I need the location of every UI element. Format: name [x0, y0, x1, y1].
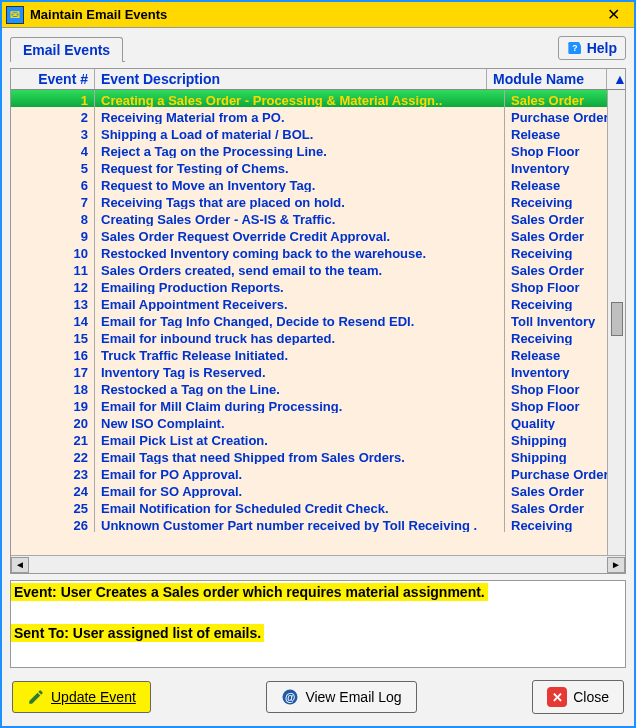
top-row: Email Events ? Help — [10, 36, 626, 62]
cell-event-desc: Email Notification for Scheduled Credit … — [95, 498, 505, 515]
table-row[interactable]: 5Request for Testing of Chems.Inventory — [11, 158, 625, 175]
cell-event-desc: Email for Mill Claim during Processing. — [95, 396, 505, 413]
table-row[interactable]: 26Unknown Customer Part number received … — [11, 515, 625, 532]
table-row[interactable]: 16Truck Traffic Release Initiated.Releas… — [11, 345, 625, 362]
window: ✉ Maintain Email Events ✕ Email Events ?… — [0, 0, 636, 728]
content: Email Events ? Help Event # Event Descri… — [2, 28, 634, 726]
table-row[interactable]: 17Inventory Tag is Reserved.Inventory — [11, 362, 625, 379]
table-row[interactable]: 1Creating a Sales Order - Processing & M… — [11, 90, 625, 107]
table-row[interactable]: 10Restocked Inventory coming back to the… — [11, 243, 625, 260]
cell-event-desc: Email for PO Approval. — [95, 464, 505, 481]
horizontal-scrollbar[interactable]: ◄ ► — [11, 555, 625, 573]
cell-event-desc: Restocked Inventory coming back to the w… — [95, 243, 505, 260]
grid-body[interactable]: 1Creating a Sales Order - Processing & M… — [11, 90, 625, 555]
table-row[interactable]: 20New ISO Complaint.Quality — [11, 413, 625, 430]
table-row[interactable]: 25Email Notification for Scheduled Credi… — [11, 498, 625, 515]
cell-event-desc: Reject a Tag on the Processing Line. — [95, 141, 505, 158]
table-row[interactable]: 12Emailing Production Reports.Shop Floor — [11, 277, 625, 294]
table-row[interactable]: 6Request to Move an Inventory Tag.Releas… — [11, 175, 625, 192]
table-row[interactable]: 14Email for Tag Info Changed, Decide to … — [11, 311, 625, 328]
table-row[interactable]: 11Sales Orders created, send email to th… — [11, 260, 625, 277]
scroll-right-button[interactable]: ► — [607, 557, 625, 573]
help-label: Help — [587, 40, 617, 56]
table-row[interactable]: 22Email Tags that need Shipped from Sale… — [11, 447, 625, 464]
cell-event-desc: Sales Orders created, send email to the … — [95, 260, 505, 277]
cell-event-num: 12 — [11, 277, 95, 294]
cell-event-num: 8 — [11, 209, 95, 226]
cell-event-desc: Inventory Tag is Reserved. — [95, 362, 505, 379]
table-row[interactable]: 21Email Pick List at Creation.Shipping — [11, 430, 625, 447]
cell-event-num: 22 — [11, 447, 95, 464]
table-row[interactable]: 8Creating Sales Order - AS-IS & Traffic.… — [11, 209, 625, 226]
tab-email-events[interactable]: Email Events — [10, 37, 123, 62]
column-header-module[interactable]: Module Name — [487, 69, 607, 89]
cell-event-num: 23 — [11, 464, 95, 481]
cell-event-num: 26 — [11, 515, 95, 532]
grid-header: Event # Event Description Module Name ▲ — [11, 69, 625, 90]
titlebar: ✉ Maintain Email Events ✕ — [2, 2, 634, 28]
cell-event-desc: Sales Order Request Override Credit Appr… — [95, 226, 505, 243]
cell-event-num: 14 — [11, 311, 95, 328]
table-row[interactable]: 19Email for Mill Claim during Processing… — [11, 396, 625, 413]
table-row[interactable]: 24Email for SO Approval.Sales Order — [11, 481, 625, 498]
table-row[interactable]: 23Email for PO Approval.Purchase Order — [11, 464, 625, 481]
scroll-left-button[interactable]: ◄ — [11, 557, 29, 573]
cell-event-desc: Request for Testing of Chems. — [95, 158, 505, 175]
column-header-event-desc[interactable]: Event Description — [95, 69, 487, 89]
help-icon: ? — [567, 40, 583, 56]
at-sign-icon: @ — [281, 688, 299, 706]
cell-event-desc: Email Tags that need Shipped from Sales … — [95, 447, 505, 464]
close-label: Close — [573, 689, 609, 705]
cell-event-num: 16 — [11, 345, 95, 362]
cell-event-desc: Receiving Tags that are placed on hold. — [95, 192, 505, 209]
cell-event-num: 24 — [11, 481, 95, 498]
cell-event-num: 21 — [11, 430, 95, 447]
table-row[interactable]: 7Receiving Tags that are placed on hold.… — [11, 192, 625, 209]
detail-sentto-text: Sent To: User assigned list of emails. — [11, 624, 264, 642]
scroll-thumb[interactable] — [611, 302, 623, 336]
cell-event-num: 1 — [11, 90, 95, 107]
button-bar: Update Event @ View Email Log ✕ Close — [10, 680, 626, 716]
cell-event-desc: Request to Move an Inventory Tag. — [95, 175, 505, 192]
cell-event-num: 4 — [11, 141, 95, 158]
column-header-spacer: ▲ — [607, 69, 625, 89]
cell-event-num: 18 — [11, 379, 95, 396]
close-icon: ✕ — [547, 687, 567, 707]
cell-event-desc: Emailing Production Reports. — [95, 277, 505, 294]
cell-event-num: 19 — [11, 396, 95, 413]
window-close-button[interactable]: ✕ — [596, 3, 630, 27]
update-event-button[interactable]: Update Event — [12, 681, 151, 713]
svg-text:?: ? — [572, 43, 577, 53]
cell-event-num: 6 — [11, 175, 95, 192]
table-row[interactable]: 3Shipping a Load of material / BOL.Relea… — [11, 124, 625, 141]
cell-event-num: 15 — [11, 328, 95, 345]
cell-event-desc: Truck Traffic Release Initiated. — [95, 345, 505, 362]
tab-label: Email Events — [23, 42, 110, 58]
table-row[interactable]: 13Email Appointment Receivers.Receiving — [11, 294, 625, 311]
table-row[interactable]: 2Receiving Material from a PO.Purchase O… — [11, 107, 625, 124]
vertical-scrollbar[interactable] — [607, 90, 625, 555]
window-title: Maintain Email Events — [30, 7, 596, 22]
column-header-event-num[interactable]: Event # — [11, 69, 95, 89]
cell-event-desc: Creating Sales Order - AS-IS & Traffic. — [95, 209, 505, 226]
svg-text:@: @ — [285, 691, 295, 703]
app-icon: ✉ — [6, 6, 24, 24]
table-row[interactable]: 4Reject a Tag on the Processing Line.Sho… — [11, 141, 625, 158]
cell-event-desc: Restocked a Tag on the Line. — [95, 379, 505, 396]
close-button[interactable]: ✕ Close — [532, 680, 624, 714]
table-row[interactable]: 15Email for inbound truck has departed.R… — [11, 328, 625, 345]
cell-event-num: 25 — [11, 498, 95, 515]
cell-event-desc: Email for Tag Info Changed, Decide to Re… — [95, 311, 505, 328]
cell-event-desc: Email Pick List at Creation. — [95, 430, 505, 447]
view-email-log-button[interactable]: @ View Email Log — [266, 681, 416, 713]
table-row[interactable]: 9Sales Order Request Override Credit App… — [11, 226, 625, 243]
cell-event-num: 20 — [11, 413, 95, 430]
grid: Event # Event Description Module Name ▲ … — [10, 68, 626, 574]
cell-event-num: 17 — [11, 362, 95, 379]
detail-panel: Event: User Creates a Sales order which … — [10, 580, 626, 668]
table-row[interactable]: 18Restocked a Tag on the Line.Shop Floor — [11, 379, 625, 396]
cell-event-desc: Email for inbound truck has departed. — [95, 328, 505, 345]
help-button[interactable]: ? Help — [558, 36, 626, 60]
detail-event-text: Event: User Creates a Sales order which … — [11, 583, 488, 601]
cell-event-num: 5 — [11, 158, 95, 175]
